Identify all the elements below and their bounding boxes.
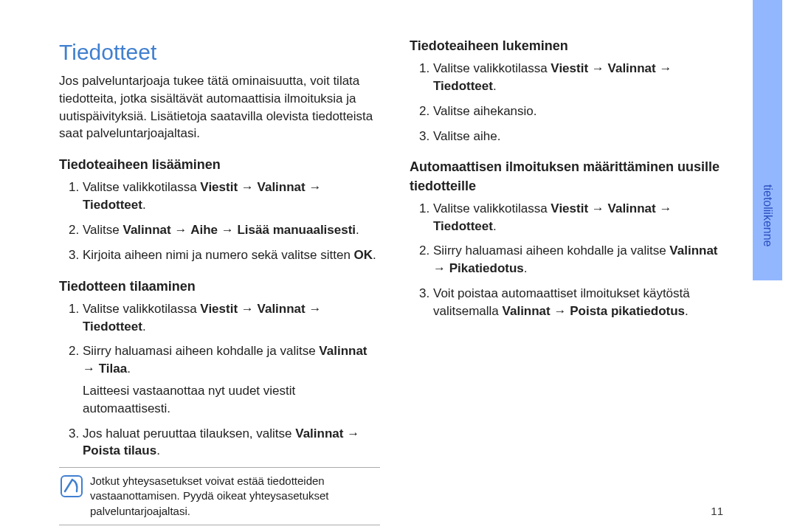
list-item: Valitse aihe. <box>433 128 731 145</box>
list-auto: Valitse valikkotilassa Viestit → Valinna… <box>410 200 731 320</box>
page-number: 11 <box>711 505 723 517</box>
info-note-box: Jotkut yhteysasetukset voivat estää tied… <box>59 467 380 525</box>
note-icon <box>61 475 83 501</box>
list-add: Valitse valikkotilassa Viestit → Valinna… <box>59 179 380 263</box>
side-tab: tietoliikenne <box>753 0 782 532</box>
list-item: Jos haluat peruuttaa tilauksen, valitse … <box>83 425 380 460</box>
subheading-order: Tiedotteen tilaaminen <box>59 277 380 296</box>
list-item: Valitse valikkotilassa Viestit → Valinna… <box>83 300 380 336</box>
list-item: Siirry haluamasi aiheen kohdalle ja vali… <box>83 342 380 417</box>
list-item: Valitse valikkotilassa Viestit → Valinna… <box>83 179 380 214</box>
subheading-auto: Automaattisen ilmoituksen määrittäminen … <box>410 158 731 195</box>
list-item: Voit poistaa automaattiset ilmoitukset k… <box>433 285 731 320</box>
list-item: Valitse aihekansio. <box>433 103 731 120</box>
list-item: Siirry haluamasi aiheen kohdalle ja vali… <box>433 242 731 277</box>
intro-paragraph: Jos palveluntarjoaja tukee tätä ominaisu… <box>59 72 380 142</box>
list-read: Valitse valikkotilassa Viestit → Valinna… <box>410 60 731 145</box>
subheading-add: Tiedoteaiheen lisääminen <box>59 156 380 174</box>
list-item: Valitse valikkotilassa Viestit → Valinna… <box>433 60 731 95</box>
svg-rect-0 <box>61 476 82 497</box>
subheading-read: Tiedoteaiheen lukeminen <box>410 37 731 55</box>
list-item: Valitse valikkotilassa Viestit → Valinna… <box>433 200 731 235</box>
list-item: Kirjoita aiheen nimi ja numero sekä vali… <box>83 246 380 264</box>
main-heading: Tiedotteet <box>59 37 380 68</box>
page-content: Tiedotteet Jos palveluntarjoaja tukee tä… <box>0 0 753 532</box>
list-order: Valitse valikkotilassa Viestit → Valinna… <box>59 300 380 460</box>
list-item: Valitse Valinnat → Aihe → Lisää manuaali… <box>83 221 380 239</box>
side-tab-label: tietoliikenne <box>761 184 774 247</box>
info-note-text: Jotkut yhteysasetukset voivat estää tied… <box>90 474 379 519</box>
